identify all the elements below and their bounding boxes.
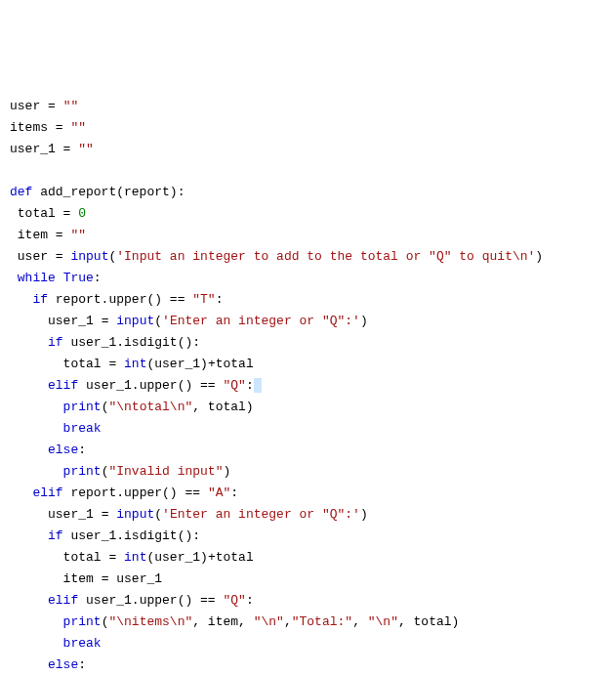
code-token: else <box>48 657 78 672</box>
code-token: user_1 <box>108 571 162 586</box>
code-token: while <box>18 271 56 285</box>
code-line: elif user_1.upper() == "Q": <box>10 375 606 397</box>
code-token: print <box>63 464 102 479</box>
code-token: user_1 <box>10 314 102 328</box>
code-line: total = int(user_1)+total <box>10 547 606 569</box>
code-token <box>10 464 63 479</box>
code-line: else: <box>10 440 606 461</box>
code-token: ) <box>360 507 368 522</box>
code-line: user = input('Input an integer to add to… <box>10 246 606 268</box>
code-token: "" <box>63 99 79 113</box>
code-token <box>10 486 32 500</box>
code-token: "\n" <box>254 614 284 629</box>
code-token <box>10 593 48 608</box>
code-line: total = int(user_1)+total <box>10 354 606 375</box>
code-line: if report.upper() == "T": <box>10 289 606 311</box>
code-token: + <box>208 357 216 371</box>
code-token: 0 <box>78 206 86 221</box>
code-token: total <box>10 550 108 565</box>
code-token: , total) <box>398 614 459 629</box>
code-token: = <box>56 120 63 135</box>
code-block: user = ""items = ""user_1 = "" def add_r… <box>10 96 606 676</box>
code-token: "T" <box>192 292 215 307</box>
code-token: add_report(report): <box>32 185 185 199</box>
code-token: + <box>208 550 216 565</box>
code-token: input <box>70 249 108 264</box>
code-token: "Invalid input" <box>108 464 223 479</box>
code-token: : <box>246 593 254 608</box>
code-token: : <box>94 271 102 285</box>
code-token: "" <box>78 142 94 156</box>
code-line: if user_1.isdigit(): <box>10 526 606 547</box>
code-token: ) <box>360 314 368 328</box>
code-line: print("\ntotal\n", total) <box>10 397 606 418</box>
code-token <box>56 271 63 285</box>
code-token: ( <box>154 314 162 328</box>
code-token: user_1 <box>10 142 63 156</box>
code-token: user_1.isdigit(): <box>63 528 200 543</box>
code-line: break <box>10 418 606 440</box>
code-token: int <box>124 550 146 565</box>
code-token: : <box>216 292 224 307</box>
code-token: input <box>116 507 154 522</box>
code-token: "Q" <box>223 378 245 393</box>
code-token: = <box>56 249 63 264</box>
code-line: def add_report(report): <box>10 182 606 203</box>
code-token <box>56 99 63 113</box>
code-token <box>10 292 32 307</box>
code-token: "Total:" <box>292 614 352 629</box>
code-token: (user_1) <box>146 550 207 565</box>
code-token: == <box>185 486 200 500</box>
code-token: , item, <box>192 614 253 629</box>
code-line: item = "" <box>10 225 606 246</box>
code-token: ( <box>154 507 162 522</box>
code-token: item <box>10 228 56 242</box>
code-token: user_1.isdigit(): <box>63 335 200 350</box>
code-line: while True: <box>10 268 606 289</box>
code-token: (user_1) <box>146 357 207 371</box>
code-token: == <box>170 292 185 307</box>
code-token: break <box>63 421 102 436</box>
code-token: True <box>63 271 94 285</box>
code-token: , <box>352 614 368 629</box>
code-line: user = "" <box>10 96 606 117</box>
code-token: print <box>63 400 102 414</box>
code-token: : <box>78 657 86 672</box>
code-token <box>116 357 124 371</box>
code-line: item = user_1 <box>10 569 606 590</box>
code-token: total <box>10 357 108 371</box>
code-token: total <box>216 550 254 565</box>
code-token: total <box>10 206 63 221</box>
code-token: user_1.upper() <box>78 378 200 393</box>
code-token: if <box>48 528 63 543</box>
code-token: ) <box>535 249 543 264</box>
code-token: "\n" <box>368 614 398 629</box>
code-line: items = "" <box>10 117 606 139</box>
code-token <box>10 378 48 393</box>
code-line: if user_1.isdigit(): <box>10 332 606 354</box>
code-token: user <box>10 99 48 113</box>
code-token <box>10 421 63 436</box>
code-line: print("\nitems\n", item, "\n","Total:", … <box>10 612 606 633</box>
code-token: print <box>63 614 102 629</box>
code-token <box>10 528 48 543</box>
code-token: report.upper() <box>63 486 185 500</box>
code-token: input <box>116 314 154 328</box>
code-token: elif <box>48 593 78 608</box>
code-token: 'Input an integer to add to the total or… <box>116 249 535 264</box>
code-line: break <box>10 633 606 655</box>
code-token: ) <box>223 464 230 479</box>
code-line: elif user_1.upper() == "Q": <box>10 590 606 612</box>
code-token <box>10 443 48 457</box>
code-token: total <box>216 357 254 371</box>
code-token: "" <box>70 120 86 135</box>
code-token: int <box>124 357 146 371</box>
code-token: report.upper() <box>48 292 170 307</box>
code-token: "" <box>70 228 86 242</box>
code-line: else: <box>10 655 606 676</box>
code-token: : <box>246 378 254 393</box>
code-token: user <box>10 249 56 264</box>
code-token: if <box>32 292 48 307</box>
code-token: , <box>284 614 292 629</box>
code-line: user_1 = input('Enter an integer or "Q":… <box>10 311 606 332</box>
